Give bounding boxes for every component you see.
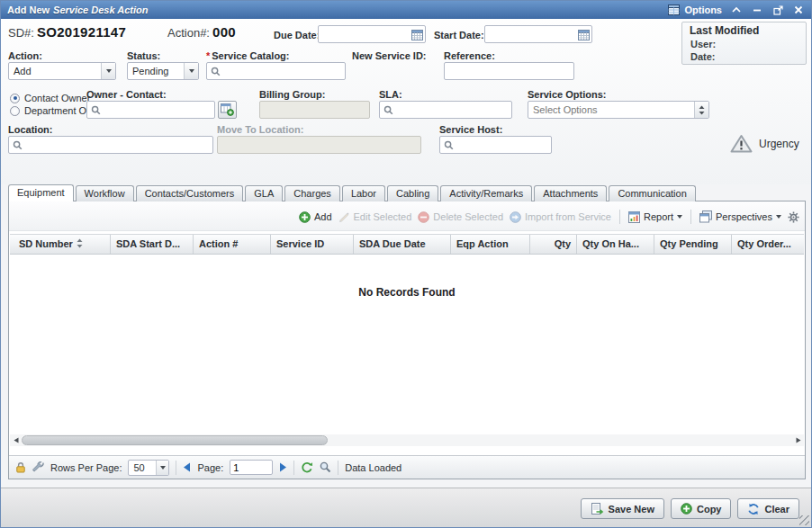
grid-status-text: Data Loaded (345, 462, 401, 473)
tab-labor[interactable]: Labor (342, 185, 385, 201)
urgency-indicator[interactable]: Urgency (730, 134, 799, 153)
popout-icon (773, 5, 783, 15)
column-header-service-id[interactable]: Service ID (271, 235, 354, 254)
clear-button[interactable]: Clear (737, 498, 799, 519)
urgency-label: Urgency (759, 138, 799, 150)
status-select[interactable]: Pending (127, 62, 199, 80)
close-icon (794, 5, 803, 14)
sd-number-label: SD#: (8, 26, 34, 40)
popout-button[interactable] (771, 4, 784, 16)
service-host-label: Service Host: (439, 124, 502, 135)
minimize-button[interactable] (751, 4, 763, 16)
resize-grip[interactable] (799, 515, 809, 525)
contact-owner-radio[interactable]: Contact Owner (10, 93, 90, 103)
report-button[interactable]: Report (628, 211, 682, 223)
service-catalog-input[interactable] (206, 62, 346, 80)
window-title: Add New Service Desk Action (7, 4, 148, 15)
chevron-down-icon (106, 69, 112, 73)
add-icon (299, 211, 311, 223)
delete-selected-button[interactable]: Delete Selected (418, 211, 503, 223)
column-header-qty-on-hand[interactable]: Qty On Ha... (577, 235, 654, 254)
tab-label: Activity/Remarks (449, 188, 523, 199)
scroll-right-button[interactable] (792, 434, 804, 446)
column-header-sda-due-date[interactable]: SDA Due Date (354, 235, 451, 254)
radio-unselected-icon (10, 106, 20, 116)
contact-picker-button[interactable] (218, 101, 237, 119)
column-header-action-number[interactable]: Action # (194, 235, 271, 254)
sla-input[interactable] (379, 101, 512, 119)
column-header-qty-ordered[interactable]: Qty Order... (732, 235, 804, 254)
previous-page-button[interactable] (183, 462, 191, 472)
tab-activity-remarks[interactable]: Activity/Remarks (440, 185, 532, 201)
scroll-right-icon (796, 437, 801, 443)
lock-columns-button[interactable] (15, 461, 26, 473)
close-button[interactable] (792, 4, 805, 16)
perspectives-button[interactable]: Perspectives (699, 210, 781, 223)
rows-per-page-select[interactable]: 50 (128, 460, 169, 476)
tab-communication[interactable]: Communication (609, 185, 695, 201)
action-number-value: 000 (212, 24, 236, 40)
tab-contacts-customers[interactable]: Contacts/Customers (136, 185, 244, 201)
tab-equipment[interactable]: Equipment (8, 184, 74, 201)
import-from-service-button[interactable]: Import from Service (510, 211, 611, 223)
refresh-grid-button[interactable] (301, 461, 313, 474)
due-date-input[interactable] (318, 25, 426, 43)
chevron-down-icon (677, 215, 682, 219)
tab-gla[interactable]: GLA (245, 185, 283, 201)
grid-settings-button[interactable] (788, 211, 799, 223)
save-new-button[interactable]: Save New (581, 498, 664, 519)
service-host-input[interactable] (439, 136, 552, 154)
dropdown-arrow-box (694, 102, 708, 118)
status-label: Status: (127, 50, 160, 61)
tab-cabling[interactable]: Cabling (387, 185, 438, 201)
start-date-input[interactable] (484, 25, 592, 43)
grid-tools-button[interactable] (32, 461, 44, 473)
gear-icon (788, 211, 799, 223)
owner-contact-label: Owner - Contact: (86, 89, 167, 100)
previous-page-icon (183, 462, 191, 472)
options-label: Options (684, 4, 722, 15)
scrollbar-track[interactable] (22, 434, 792, 446)
reference-input[interactable] (444, 62, 574, 80)
page-input[interactable] (230, 460, 273, 475)
scrollbar-thumb[interactable] (22, 435, 328, 445)
billing-group-input (259, 101, 370, 119)
rows-per-page-value: 50 (129, 462, 156, 473)
chevron-down-icon (776, 215, 781, 219)
horizontal-scrollbar[interactable] (10, 434, 804, 446)
tab-workflow[interactable]: Workflow (76, 185, 134, 201)
owner-contact-input[interactable] (86, 101, 215, 119)
titlebar: Add New Service Desk Action Options (1, 1, 811, 19)
last-modified-user-label: User: (690, 39, 716, 49)
location-input[interactable] (8, 136, 213, 154)
column-header-sd-number[interactable]: SD Number (10, 235, 111, 254)
column-header-label: SD Number (19, 238, 73, 249)
search-icon (211, 67, 221, 76)
calendar-icon[interactable] (411, 29, 423, 40)
window-title-prefix: Add New (7, 4, 50, 15)
copy-button[interactable]: Copy (671, 498, 732, 519)
sd-number: SD#:SO201921147 (8, 24, 126, 40)
collapse-button[interactable] (730, 4, 743, 16)
edit-selected-button[interactable]: Edit Selected (338, 211, 412, 223)
tab-charges[interactable]: Charges (284, 185, 340, 201)
action-select[interactable]: Add (8, 62, 116, 80)
column-header-sda-start-date[interactable]: SDA Start D... (111, 235, 194, 254)
column-header-qty[interactable]: Qty (530, 235, 577, 254)
options-button[interactable]: Options (668, 4, 722, 15)
column-header-label: Qty Pending (660, 238, 718, 249)
add-button[interactable]: Add (299, 211, 332, 223)
service-options-select[interactable]: Select Options (528, 101, 709, 119)
zoom-grid-button[interactable] (320, 461, 331, 473)
column-header-eqp-action[interactable]: Eqp Action (451, 235, 530, 254)
calendar-icon[interactable] (578, 29, 590, 40)
column-header-label: SDA Due Date (359, 238, 426, 249)
copy-icon (681, 503, 692, 515)
column-header-qty-pending[interactable]: Qty Pending (654, 235, 732, 254)
next-page-button[interactable] (279, 462, 287, 472)
scroll-left-button[interactable] (10, 434, 22, 446)
import-button-label: Import from Service (525, 211, 611, 222)
dropdown-arrow-box (184, 63, 198, 79)
tab-attachments[interactable]: Attachments (534, 185, 607, 201)
delete-button-label: Delete Selected (433, 211, 503, 222)
